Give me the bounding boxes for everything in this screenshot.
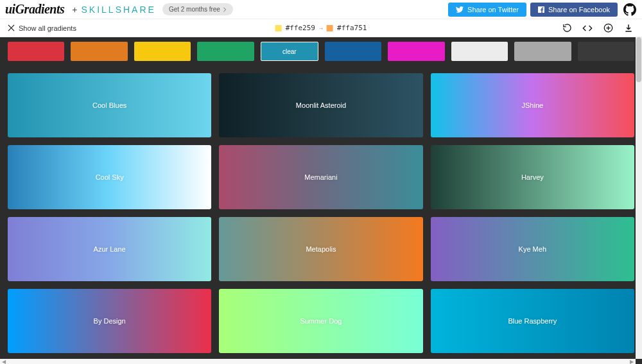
arrow-right-icon: → — [319, 24, 323, 31]
gradient-name: Kye Meh — [519, 245, 546, 253]
gradient-card[interactable]: Moonlit Asteroid — [219, 73, 422, 137]
download-button[interactable] — [623, 22, 634, 34]
add-button[interactable] — [602, 22, 614, 34]
facebook-icon — [538, 6, 544, 13]
gradient-name: Summer Dog — [300, 317, 342, 325]
partner-logo[interactable]: SKILLSHARE — [82, 4, 156, 15]
vertical-scroll-thumb[interactable] — [636, 37, 641, 82]
gradient-name: Moonlit Asteroid — [296, 101, 346, 109]
hscroll-left-icon[interactable]: ◀ — [0, 359, 8, 364]
filter-green[interactable] — [197, 42, 254, 61]
horizontal-scrollbar[interactable]: ◀ ▶ — [0, 359, 636, 364]
gradient-card[interactable]: Summer Dog — [219, 289, 422, 353]
twitter-icon — [456, 6, 464, 13]
color-b-hex[interactable]: #ffa751 — [337, 24, 367, 32]
rotate-button[interactable] — [561, 22, 573, 34]
filter-dark[interactable] — [578, 42, 634, 61]
share-facebook-label: Share on Facebook — [548, 6, 610, 13]
gradient-card[interactable]: Kye Meh — [431, 217, 634, 281]
gradient-card[interactable]: Cool Blues — [8, 73, 211, 137]
gradient-card[interactable]: By Design — [8, 289, 211, 353]
rotate-icon — [562, 23, 572, 33]
gradient-card[interactable]: Cool Sky — [8, 145, 211, 209]
gradient-name: Azur Lane — [94, 245, 126, 253]
filter-red[interactable] — [8, 42, 64, 61]
download-icon — [624, 23, 633, 33]
swatch-b[interactable] — [327, 25, 333, 31]
plus-icon: + — [72, 4, 77, 15]
filter-orange[interactable] — [71, 42, 127, 61]
show-all-label: Show all gradients — [19, 24, 76, 32]
gradient-name: Cool Blues — [92, 101, 126, 109]
gradient-name: Harvey — [521, 173, 544, 181]
logo[interactable]: uiGradients — [5, 2, 64, 17]
gradient-name: JShine — [522, 101, 544, 109]
header: uiGradients + SKILLSHARE Get 2 months fr… — [0, 0, 642, 19]
filter-yellow[interactable] — [134, 42, 191, 61]
gradient-card[interactable]: Metapolis — [219, 217, 422, 281]
gradient-name: Memariani — [304, 173, 337, 181]
github-link[interactable] — [623, 3, 637, 17]
code-button[interactable] — [582, 22, 593, 34]
vertical-scrollbar[interactable] — [636, 37, 642, 359]
filter-bar: clear — [0, 37, 642, 65]
color-a-hex[interactable]: #ffe259 — [286, 24, 315, 32]
filter-grey[interactable] — [514, 42, 571, 61]
filter-blue[interactable] — [325, 42, 381, 61]
github-icon — [623, 3, 636, 16]
plus-circle-icon — [603, 23, 613, 33]
gradient-card[interactable]: JShine — [431, 73, 634, 137]
gradient-name: Cool Sky — [96, 173, 124, 181]
filter-pink[interactable] — [388, 42, 444, 61]
gradient-name: Blue Raspberry — [508, 317, 557, 325]
show-all-button[interactable]: Show all gradients — [8, 24, 76, 32]
gradient-name: Metapolis — [306, 245, 336, 253]
gradient-card[interactable]: Azur Lane — [8, 217, 211, 281]
toolbar: Show all gradients #ffe259 → #ffa751 — [0, 19, 642, 37]
filter-light[interactable] — [451, 42, 508, 61]
gradient-card[interactable]: Blue Raspberry — [431, 289, 634, 353]
gradient-name: By Design — [94, 317, 126, 325]
cta-label: Get 2 months free — [169, 6, 220, 13]
current-colors: #ffe259 → #ffa751 — [275, 24, 367, 32]
gradient-card[interactable]: Memariani — [219, 145, 422, 209]
swatch-a[interactable] — [275, 25, 282, 31]
gradient-stage[interactable]: Cool BluesMoonlit AsteroidJShineCool Sky… — [0, 65, 642, 364]
hscroll-right-icon[interactable]: ▶ — [628, 359, 636, 364]
cta-pill[interactable]: Get 2 months free — [162, 3, 233, 15]
filter-teal[interactable]: clear — [261, 42, 318, 61]
share-facebook-button[interactable]: Share on Facebook — [530, 3, 618, 17]
close-icon — [8, 24, 15, 31]
gradient-grid: Cool BluesMoonlit AsteroidJShineCool Sky… — [8, 73, 634, 353]
chevron-right-icon — [223, 7, 227, 12]
share-twitter-label: Share on Twitter — [467, 6, 519, 13]
filter-label: clear — [282, 48, 297, 55]
code-icon — [582, 24, 593, 32]
share-twitter-button[interactable]: Share on Twitter — [448, 3, 526, 17]
gradient-card[interactable]: Harvey — [431, 145, 634, 209]
